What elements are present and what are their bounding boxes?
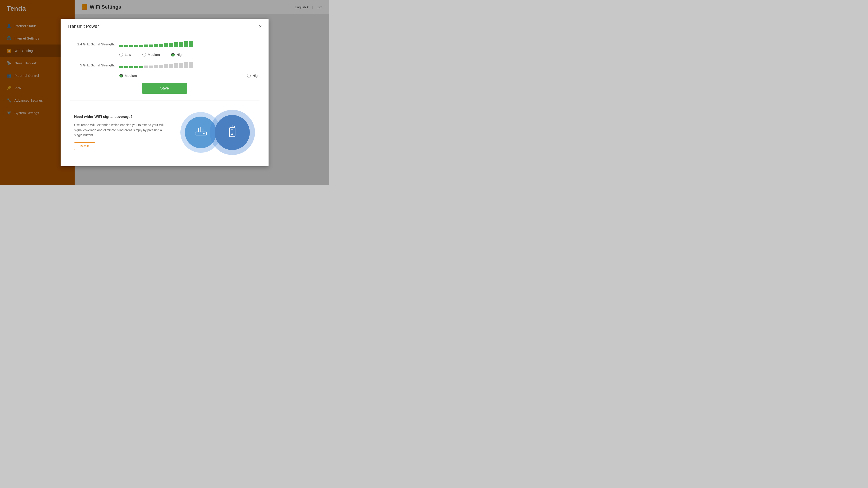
signal-24ghz-label: 2.4 GHz Signal Strength:: [70, 42, 119, 46]
radio-5ghz-medium-label: Medium: [125, 74, 137, 77]
bar-5-6: [144, 66, 148, 68]
radio-24ghz-low[interactable]: Low: [119, 53, 131, 57]
promo-title: Need wider WiFi signal coverage?: [74, 115, 169, 119]
bar-24-6: [144, 44, 148, 47]
radio-5ghz-medium-input[interactable]: [119, 74, 123, 77]
radio-5ghz-high-input[interactable]: [247, 74, 251, 77]
bar-5-15: [189, 62, 193, 68]
signal-5ghz-label: 5 GHz Signal Strength:: [70, 63, 119, 67]
bar-24-11: [169, 43, 173, 47]
bar-24-14: [184, 41, 188, 47]
bar-5-14: [184, 62, 188, 68]
router-icon: [194, 126, 208, 138]
bar-5-13: [179, 63, 183, 68]
bar-24-12: [174, 42, 178, 47]
radio-24ghz-high[interactable]: High: [171, 53, 184, 57]
radio-24ghz-low-input[interactable]: [119, 53, 123, 57]
details-button[interactable]: Details: [74, 142, 95, 150]
modal-body: 2.4 GHz Signal Strength:: [61, 34, 269, 166]
bar-5-4: [134, 66, 138, 68]
radio-5ghz-high-label: High: [252, 74, 259, 77]
promo-text: Need wider WiFi signal coverage? Use Ten…: [74, 115, 169, 150]
radio-5ghz-high[interactable]: High: [247, 74, 259, 77]
radio-row-5ghz: Medium High: [119, 74, 259, 77]
save-button[interactable]: Save: [142, 83, 187, 94]
bar-24-10: [164, 43, 168, 47]
bar-24-1: [119, 45, 123, 47]
signal-24ghz-row: 2.4 GHz Signal Strength:: [70, 41, 259, 47]
bar-24-7: [149, 44, 153, 47]
bar-5-7: [149, 66, 153, 68]
promo-image: [178, 110, 255, 155]
bar-5-11: [169, 64, 173, 68]
bar-24-5: [139, 45, 143, 47]
radio-24ghz-medium-label: Medium: [148, 53, 160, 57]
bar-5-12: [174, 63, 178, 68]
modal-close-button[interactable]: ×: [259, 24, 262, 29]
bar-24-9: [159, 43, 163, 47]
signal-5ghz-row: 5 GHz Signal Strength:: [70, 62, 259, 68]
bar-5-1: [119, 66, 123, 68]
radio-24ghz-medium-input[interactable]: [143, 53, 146, 57]
radio-row-24ghz: Low Medium High: [119, 53, 259, 57]
modal-overlay: Transmit Power × 2.4 GHz Signal Strength…: [0, 0, 329, 185]
bar-5-8: [154, 65, 158, 68]
svg-rect-0: [195, 132, 206, 135]
bar-24-2: [124, 45, 128, 47]
extender-inner-circle: [215, 115, 250, 150]
bar-24-4: [134, 45, 138, 47]
radio-24ghz-high-input[interactable]: [171, 53, 175, 57]
radio-5ghz-medium[interactable]: Medium: [119, 74, 137, 77]
bar-24-15: [189, 41, 193, 47]
bar-24-8: [154, 44, 158, 47]
svg-rect-9: [231, 129, 233, 130]
bar-5-9: [159, 65, 163, 68]
modal-title: Transmit Power: [67, 24, 99, 29]
promo-description: Use Tenda WiFi extender, which enables y…: [74, 123, 169, 138]
radio-24ghz-medium[interactable]: Medium: [143, 53, 160, 57]
signal-24ghz-bars: [119, 41, 193, 47]
promo-section: Need wider WiFi signal coverage? Use Ten…: [70, 107, 259, 160]
transmit-power-modal: Transmit Power × 2.4 GHz Signal Strength…: [61, 19, 269, 166]
svg-point-4: [203, 133, 205, 134]
signal-5ghz-bars: [119, 62, 193, 68]
bar-5-10: [164, 64, 168, 68]
radio-24ghz-high-label: High: [177, 53, 184, 57]
bar-24-3: [129, 45, 133, 47]
svg-line-7: [234, 126, 235, 128]
svg-point-8: [231, 133, 233, 135]
radio-24ghz-low-label: Low: [125, 53, 131, 57]
modal-header: Transmit Power ×: [61, 19, 269, 34]
bar-5-3: [129, 66, 133, 68]
bar-5-2: [124, 66, 128, 68]
extender-icon: [227, 124, 237, 141]
save-section: Save: [70, 83, 259, 94]
bar-5-5: [139, 66, 143, 68]
bar-24-13: [179, 42, 183, 47]
